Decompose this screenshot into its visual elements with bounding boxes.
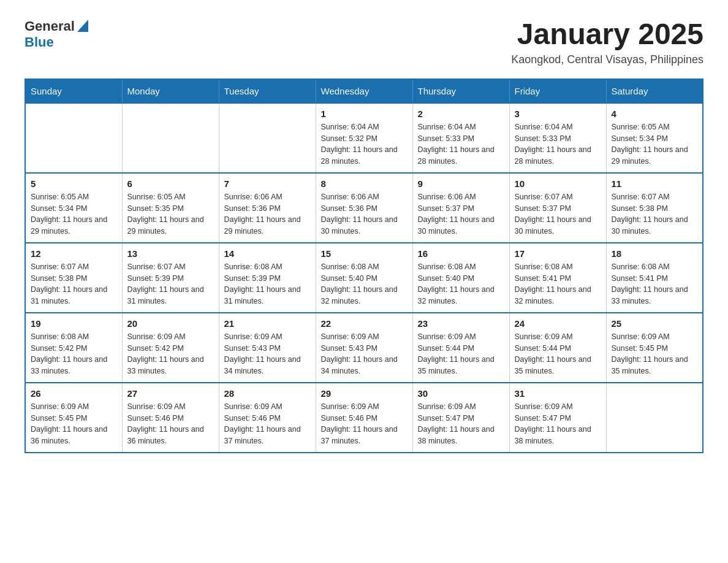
calendar-day-cell: 21Sunrise: 6:09 AMSunset: 5:43 PMDayligh… [219, 313, 316, 383]
day-info: Sunrise: 6:08 AMSunset: 5:42 PMDaylight:… [31, 331, 117, 377]
day-info: Sunrise: 6:04 AMSunset: 5:32 PMDaylight:… [321, 121, 408, 167]
calendar-day-cell: 28Sunrise: 6:09 AMSunset: 5:46 PMDayligh… [219, 383, 316, 453]
calendar-week-row: 19Sunrise: 6:08 AMSunset: 5:42 PMDayligh… [25, 313, 703, 383]
calendar-day-cell: 30Sunrise: 6:09 AMSunset: 5:47 PMDayligh… [412, 383, 509, 453]
day-number: 8 [321, 178, 408, 189]
calendar-day-cell: 12Sunrise: 6:07 AMSunset: 5:38 PMDayligh… [25, 243, 122, 313]
calendar-week-row: 1Sunrise: 6:04 AMSunset: 5:32 PMDaylight… [25, 103, 703, 173]
day-info: Sunrise: 6:09 AMSunset: 5:46 PMDaylight:… [224, 401, 311, 447]
weekday-header-wednesday: Wednesday [316, 79, 412, 103]
calendar-day-cell: 31Sunrise: 6:09 AMSunset: 5:47 PMDayligh… [509, 383, 606, 453]
day-info: Sunrise: 6:09 AMSunset: 5:43 PMDaylight:… [224, 331, 311, 377]
day-number: 5 [31, 178, 117, 189]
day-info: Sunrise: 6:09 AMSunset: 5:42 PMDaylight:… [127, 331, 214, 377]
day-info: Sunrise: 6:09 AMSunset: 5:44 PMDaylight:… [515, 331, 601, 377]
weekday-header-row: SundayMondayTuesdayWednesdayThursdayFrid… [25, 79, 703, 103]
calendar-week-row: 26Sunrise: 6:09 AMSunset: 5:45 PMDayligh… [25, 383, 703, 453]
day-info: Sunrise: 6:07 AMSunset: 5:37 PMDaylight:… [515, 191, 601, 237]
day-number: 23 [418, 318, 504, 329]
weekday-header-tuesday: Tuesday [219, 79, 316, 103]
day-info: Sunrise: 6:06 AMSunset: 5:36 PMDaylight:… [224, 191, 311, 237]
day-info: Sunrise: 6:07 AMSunset: 5:39 PMDaylight:… [127, 261, 214, 307]
day-info: Sunrise: 6:07 AMSunset: 5:38 PMDaylight:… [612, 191, 698, 237]
day-info: Sunrise: 6:05 AMSunset: 5:34 PMDaylight:… [31, 191, 117, 237]
day-info: Sunrise: 6:09 AMSunset: 5:47 PMDaylight:… [418, 401, 504, 447]
calendar-day-cell: 26Sunrise: 6:09 AMSunset: 5:45 PMDayligh… [25, 383, 122, 453]
calendar-day-cell: 23Sunrise: 6:09 AMSunset: 5:44 PMDayligh… [412, 313, 509, 383]
day-number: 28 [224, 388, 311, 399]
day-info: Sunrise: 6:05 AMSunset: 5:34 PMDaylight:… [612, 121, 698, 167]
logo-triangle-icon [77, 20, 88, 34]
day-number: 24 [515, 318, 601, 329]
day-number: 10 [515, 178, 601, 189]
calendar-day-cell: 13Sunrise: 6:07 AMSunset: 5:39 PMDayligh… [122, 243, 219, 313]
calendar-week-row: 5Sunrise: 6:05 AMSunset: 5:34 PMDaylight… [25, 173, 703, 243]
day-number: 21 [224, 318, 311, 329]
calendar-day-cell: 16Sunrise: 6:08 AMSunset: 5:40 PMDayligh… [412, 243, 509, 313]
day-number: 3 [515, 109, 601, 119]
weekday-header-thursday: Thursday [412, 79, 509, 103]
logo: General Blue [25, 18, 88, 50]
day-number: 17 [515, 248, 601, 259]
calendar-day-cell: 3Sunrise: 6:04 AMSunset: 5:33 PMDaylight… [509, 103, 606, 173]
day-number: 26 [31, 388, 117, 399]
calendar-day-cell: 7Sunrise: 6:06 AMSunset: 5:36 PMDaylight… [219, 173, 316, 243]
calendar-day-cell: 18Sunrise: 6:08 AMSunset: 5:41 PMDayligh… [606, 243, 703, 313]
calendar-day-cell: 19Sunrise: 6:08 AMSunset: 5:42 PMDayligh… [25, 313, 122, 383]
day-number: 31 [515, 388, 601, 399]
weekday-header-saturday: Saturday [606, 79, 703, 103]
calendar-week-row: 12Sunrise: 6:07 AMSunset: 5:38 PMDayligh… [25, 243, 703, 313]
day-number: 4 [612, 109, 698, 119]
calendar-table: SundayMondayTuesdayWednesdayThursdayFrid… [25, 79, 703, 453]
location-subtitle: Kaongkod, Central Visayas, Philippines [511, 53, 703, 66]
calendar-day-cell: 9Sunrise: 6:06 AMSunset: 5:37 PMDaylight… [412, 173, 509, 243]
weekday-header-sunday: Sunday [25, 79, 122, 103]
calendar-day-cell: 5Sunrise: 6:05 AMSunset: 5:34 PMDaylight… [25, 173, 122, 243]
calendar-day-cell: 14Sunrise: 6:08 AMSunset: 5:39 PMDayligh… [219, 243, 316, 313]
logo-blue: Blue [25, 34, 54, 50]
day-info: Sunrise: 6:09 AMSunset: 5:47 PMDaylight:… [515, 401, 601, 447]
day-number: 22 [321, 318, 408, 329]
calendar-day-cell: 10Sunrise: 6:07 AMSunset: 5:37 PMDayligh… [509, 173, 606, 243]
day-info: Sunrise: 6:09 AMSunset: 5:46 PMDaylight:… [321, 401, 408, 447]
day-number: 30 [418, 388, 504, 399]
weekday-header-monday: Monday [122, 79, 219, 103]
calendar-day-cell: 27Sunrise: 6:09 AMSunset: 5:46 PMDayligh… [122, 383, 219, 453]
day-number: 14 [224, 248, 311, 259]
calendar-day-cell: 11Sunrise: 6:07 AMSunset: 5:38 PMDayligh… [606, 173, 703, 243]
calendar-day-cell: 29Sunrise: 6:09 AMSunset: 5:46 PMDayligh… [316, 383, 412, 453]
day-info: Sunrise: 6:08 AMSunset: 5:40 PMDaylight:… [321, 261, 408, 307]
calendar-day-cell: 22Sunrise: 6:09 AMSunset: 5:43 PMDayligh… [316, 313, 412, 383]
calendar-day-cell [25, 103, 122, 173]
calendar-day-cell: 25Sunrise: 6:09 AMSunset: 5:45 PMDayligh… [606, 313, 703, 383]
day-info: Sunrise: 6:04 AMSunset: 5:33 PMDaylight:… [515, 121, 601, 167]
day-number: 2 [418, 109, 504, 119]
day-info: Sunrise: 6:08 AMSunset: 5:41 PMDaylight:… [612, 261, 698, 307]
day-info: Sunrise: 6:07 AMSunset: 5:38 PMDaylight:… [31, 261, 117, 307]
day-number: 11 [612, 178, 698, 189]
day-info: Sunrise: 6:04 AMSunset: 5:33 PMDaylight:… [418, 121, 504, 167]
day-number: 25 [612, 318, 698, 329]
day-info: Sunrise: 6:06 AMSunset: 5:37 PMDaylight:… [418, 191, 504, 237]
day-info: Sunrise: 6:09 AMSunset: 5:45 PMDaylight:… [31, 401, 117, 447]
day-number: 16 [418, 248, 504, 259]
calendar-day-cell: 8Sunrise: 6:06 AMSunset: 5:36 PMDaylight… [316, 173, 412, 243]
day-number: 29 [321, 388, 408, 399]
calendar-day-cell: 20Sunrise: 6:09 AMSunset: 5:42 PMDayligh… [122, 313, 219, 383]
day-info: Sunrise: 6:06 AMSunset: 5:36 PMDaylight:… [321, 191, 408, 237]
calendar-day-cell: 24Sunrise: 6:09 AMSunset: 5:44 PMDayligh… [509, 313, 606, 383]
month-title: January 2025 [511, 18, 703, 51]
day-info: Sunrise: 6:09 AMSunset: 5:46 PMDaylight:… [127, 401, 214, 447]
calendar-day-cell [122, 103, 219, 173]
page-header: General Blue January 2025 Kaongkod, Cent… [25, 18, 703, 66]
day-number: 9 [418, 178, 504, 189]
day-number: 18 [612, 248, 698, 259]
calendar-day-cell: 4Sunrise: 6:05 AMSunset: 5:34 PMDaylight… [606, 103, 703, 173]
day-number: 19 [31, 318, 117, 329]
day-number: 13 [127, 248, 214, 259]
day-number: 7 [224, 178, 311, 189]
day-number: 27 [127, 388, 214, 399]
day-info: Sunrise: 6:09 AMSunset: 5:43 PMDaylight:… [321, 331, 408, 377]
calendar-day-cell: 2Sunrise: 6:04 AMSunset: 5:33 PMDaylight… [412, 103, 509, 173]
day-number: 15 [321, 248, 408, 259]
